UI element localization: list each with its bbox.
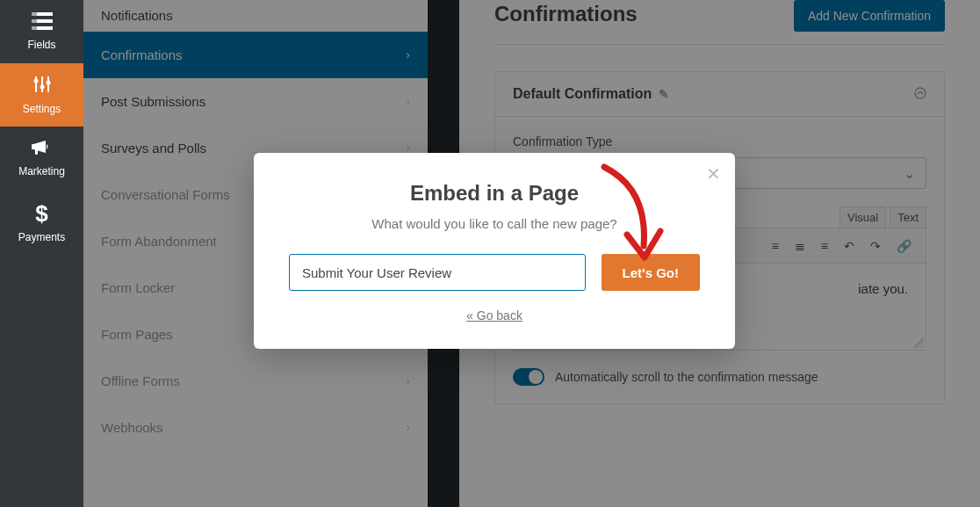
embed-modal: ✕ Embed in a Page What would you like to… (254, 153, 735, 349)
go-back-link[interactable]: « Go back (289, 308, 700, 322)
svg-point-10 (40, 85, 44, 90)
svg-rect-12 (32, 144, 34, 149)
settings-icon (32, 75, 52, 99)
left-nav: Fields Settings Marketing $ Payments (0, 0, 83, 507)
svg-rect-13 (35, 149, 38, 155)
page-name-input[interactable] (289, 254, 586, 291)
bullhorn-icon (32, 139, 53, 162)
dollar-icon: $ (35, 200, 47, 228)
svg-rect-5 (32, 26, 37, 30)
lets-go-button[interactable]: Let's Go! (602, 254, 700, 291)
svg-point-9 (33, 79, 38, 83)
close-icon[interactable]: ✕ (706, 163, 721, 185)
nav-label: Fields (27, 39, 55, 51)
nav-label: Marketing (18, 165, 65, 177)
svg-rect-4 (32, 19, 37, 23)
nav-item-payments[interactable]: $ Payments (0, 190, 83, 253)
nav-label: Payments (18, 231, 65, 243)
nav-label: Settings (23, 103, 61, 115)
nav-item-settings[interactable]: Settings (0, 63, 83, 127)
svg-point-11 (46, 81, 50, 85)
nav-item-marketing[interactable]: Marketing (0, 127, 83, 190)
modal-subtitle: What would you like to call the new page… (289, 216, 700, 231)
fields-icon (32, 12, 53, 35)
svg-rect-3 (32, 12, 37, 16)
modal-title: Embed in a Page (289, 181, 700, 206)
nav-item-fields[interactable]: Fields (0, 0, 83, 63)
